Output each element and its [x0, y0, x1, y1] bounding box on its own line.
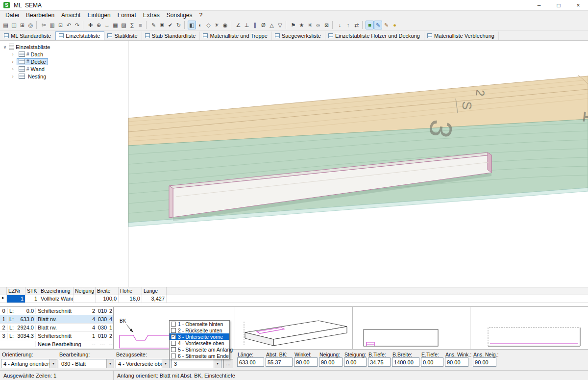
column-header[interactable]: Bezeichnung — [39, 287, 74, 295]
chevron-right-icon[interactable]: › — [10, 74, 15, 79]
sheet-icon[interactable]: ▤ — [1, 21, 10, 29]
tab-materialliste-und-treppe[interactable]: Materialliste und Treppe — [200, 31, 271, 40]
measure-icon[interactable]: ↔ — [103, 21, 111, 29]
star-icon[interactable]: ★ — [297, 21, 306, 29]
part-row[interactable]: ► 1 1 Vollholz Wand 100,0 16,0 3,427 — [0, 295, 588, 303]
column-header[interactable]: EZNr — [7, 287, 25, 295]
checkbox[interactable] — [171, 347, 176, 352]
redo-icon[interactable]: ↷ — [73, 21, 81, 29]
apply-icon[interactable]: ✔ — [166, 21, 174, 29]
checkbox[interactable] — [171, 328, 176, 333]
pan-icon[interactable]: ✚ — [86, 21, 95, 29]
chevron-down-icon[interactable]: ▾ — [162, 359, 169, 368]
winkel-input[interactable] — [294, 357, 318, 367]
column-header[interactable]: Neigung — [74, 287, 96, 295]
seiten-select[interactable]: 3 ▾ — [172, 359, 221, 368]
option-unterseite-vorne[interactable]: ✔ 3 - Unterseite vorne — [170, 333, 229, 340]
print-preview-icon[interactable]: ⊞ — [18, 21, 26, 29]
e-tiefe-input[interactable] — [421, 357, 443, 367]
column-header[interactable]: Höhe — [119, 287, 142, 295]
option-stirnseite-am-ende[interactable]: 6 - Stirnseite am Ende — [170, 353, 229, 359]
sort-icon[interactable]: ≡ — [136, 21, 145, 29]
option-rueckseite-unten[interactable]: 2 - Rückseite unten — [170, 327, 229, 333]
column-header[interactable] — [0, 287, 7, 295]
view-3d-icon[interactable]: ◧ — [188, 21, 196, 29]
bearbeitung-select[interactable]: 030 - Blatt ▾ — [59, 359, 114, 368]
laenge-input[interactable] — [237, 357, 264, 367]
op-row-new[interactable]: Neue Bearbeitung -- --- -- — [0, 340, 113, 349]
triangle-icon[interactable]: △ — [268, 21, 276, 29]
tab-stab-standardliste[interactable]: Stab Standardliste — [142, 31, 200, 40]
tab-statikliste[interactable]: Statikliste — [104, 31, 142, 40]
flag-icon[interactable]: ⚑ — [289, 21, 297, 29]
chevron-down-icon[interactable]: ∨ — [2, 45, 7, 50]
cell-eznr[interactable]: 1 — [7, 295, 25, 303]
annotate-icon[interactable]: ✎ — [374, 21, 382, 29]
undo-icon[interactable]: ↶ — [65, 21, 73, 29]
op-row-1[interactable]: 1 L: 633.0 Blatt rw. 4 030 4 — [0, 315, 113, 324]
sum-icon[interactable]: ∑ — [128, 21, 136, 29]
tree-item-nesting[interactable]: › Nesting — [0, 73, 128, 80]
maximize-button[interactable]: □ — [549, 0, 568, 11]
menu-ansicht[interactable]: Ansicht — [58, 11, 84, 19]
marker-icon[interactable]: ✎ — [382, 21, 391, 29]
option-vorderseite-oben[interactable]: 4 - Vorderseite oben — [170, 340, 229, 346]
op-row-0[interactable]: 0 L: 0.0 Schifterschnitt 2 010 2 — [0, 307, 113, 315]
op-row-2[interactable]: 2 L: 2924.0 Blatt rw. 4 030 1 — [0, 324, 113, 332]
zoom-icon[interactable]: ◎ — [26, 21, 35, 29]
table-icon[interactable]: ▨ — [120, 21, 128, 29]
menu-bearbeiten[interactable]: Bearbeiten — [23, 11, 58, 19]
tab-materialliste-verblechung[interactable]: Materialliste Verblechung — [424, 31, 499, 40]
filter-icon[interactable]: ▽ — [276, 21, 284, 29]
tab-saegewerksliste[interactable]: Saegewerksliste — [272, 31, 325, 40]
parallel-icon[interactable]: ∥ — [251, 21, 259, 29]
light-icon[interactable]: ☀ — [213, 21, 221, 29]
menu-sonstiges[interactable]: Sonstiges — [163, 11, 196, 19]
ans-wink-input[interactable] — [445, 357, 468, 367]
angle-icon[interactable]: ∠ — [234, 21, 243, 29]
orientierung-select[interactable]: 4 - Anfang orientiert ▾ — [1, 359, 57, 368]
3d-viewport[interactable]: 2 S 3 1 — [128, 41, 588, 287]
column-header[interactable]: Länge — [142, 287, 167, 295]
copy-icon[interactable]: ▥ — [48, 21, 56, 29]
option-oberseite-hinten[interactable]: 1 - Oberseite hinten — [170, 321, 229, 327]
camera-icon[interactable]: ◉ — [221, 21, 229, 29]
checkbox[interactable] — [171, 354, 176, 358]
solid-model-icon[interactable]: ■ — [366, 21, 374, 29]
close-button[interactable]: × — [568, 0, 588, 11]
checkbox[interactable] — [171, 322, 176, 327]
diameter-icon[interactable]: Ø — [259, 21, 268, 29]
lock-icon[interactable]: ⊠ — [322, 21, 331, 29]
tab-einzelstabliste[interactable]: Einzelstabliste — [55, 31, 104, 40]
edit-icon[interactable]: ✎ — [149, 21, 158, 29]
chevron-right-icon[interactable]: › — [10, 67, 15, 72]
crosshair-icon[interactable]: ⊕ — [95, 21, 103, 29]
paste-icon[interactable]: ⊡ — [56, 21, 65, 29]
tree-item-wand[interactable]: › # Wand — [0, 65, 128, 73]
menu-extras[interactable]: Extras — [140, 11, 163, 19]
steigung-input[interactable] — [344, 357, 367, 367]
grid-icon[interactable]: ▦ — [111, 21, 120, 29]
chevron-down-icon[interactable]: ▾ — [49, 359, 57, 368]
wireframe-icon[interactable]: ◇ — [204, 21, 213, 29]
export-icon[interactable]: ↑ — [344, 21, 352, 29]
neigung-input[interactable] — [319, 357, 343, 367]
tree-item-decke[interactable]: › # Decke — [0, 58, 128, 65]
print-icon[interactable]: ◫ — [10, 21, 18, 29]
checkbox[interactable] — [171, 341, 176, 346]
checkbox[interactable]: ✔ — [171, 334, 176, 339]
abst-bk-input[interactable] — [266, 357, 293, 367]
bezugsseite-select[interactable]: 4 - Vorderseite oben ▾ — [116, 359, 170, 368]
ans-neig-input[interactable] — [473, 357, 496, 367]
perpendicular-icon[interactable]: ⊥ — [243, 21, 251, 29]
menu-einfuegen[interactable]: Einfügen — [84, 11, 114, 19]
more-options-button[interactable]: ... — [223, 359, 233, 368]
column-header[interactable]: STK — [25, 287, 39, 295]
option-stirnseite-am-anfang[interactable]: 5 - Stirnseite am Anfang — [170, 346, 229, 353]
refresh-icon[interactable]: ↻ — [174, 21, 183, 29]
chevron-right-icon[interactable]: › — [10, 59, 15, 64]
tree-item-dach[interactable]: › # Dach — [0, 51, 128, 58]
import-icon[interactable]: ↓ — [336, 21, 344, 29]
delete-icon[interactable]: ✖ — [158, 21, 166, 29]
b-breite-input[interactable] — [392, 357, 419, 367]
